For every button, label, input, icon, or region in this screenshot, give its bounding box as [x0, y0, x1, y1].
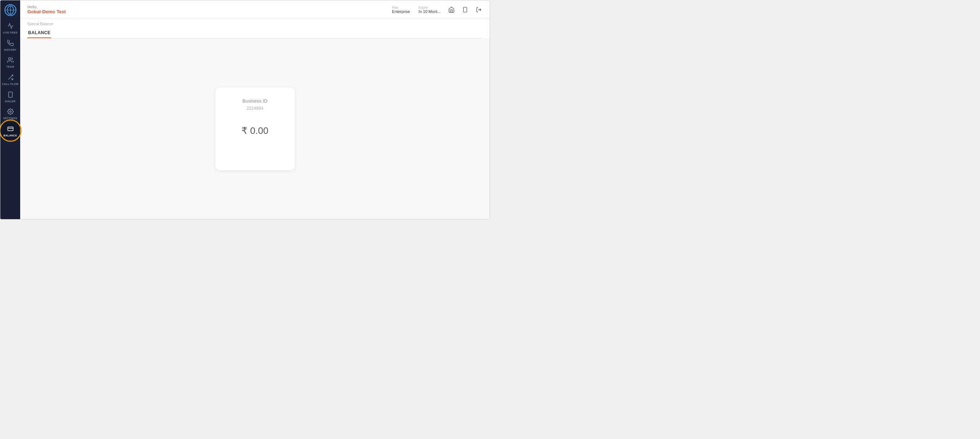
- sidebar-item-balance[interactable]: BALANCE: [0, 122, 20, 139]
- sidebar-item-dialer[interactable]: DIALER: [0, 88, 20, 105]
- sidebar-item-settings-label: SETTINGS: [3, 117, 17, 120]
- sidebar-item-dialer-label: DIALER: [5, 100, 16, 103]
- call-flow-icon: [7, 74, 14, 82]
- section-label: Special Balance: [27, 22, 482, 26]
- svg-rect-10: [8, 127, 13, 131]
- plan-col: Plan Enterprise: [392, 6, 410, 14]
- sidebar-item-call-flow-label: CALL FLOW: [2, 83, 19, 86]
- sidebar-item-live-feed[interactable]: LIVE FEED: [0, 19, 20, 36]
- sidebar-item-team-label: TEAM: [6, 65, 14, 68]
- svg-point-9: [10, 111, 11, 113]
- sidebar-item-history-label: HISTORY: [4, 49, 16, 51]
- balance-card: Business ID 2224994 ₹ 0.00: [215, 87, 295, 170]
- svg-point-4: [8, 58, 10, 60]
- history-icon: [7, 40, 14, 48]
- sidebar-item-call-flow[interactable]: CALL FLOW: [0, 71, 20, 88]
- main-content: Hello, Gobal-Demo Test Plan Enterprise E…: [20, 0, 490, 219]
- team-icon: [7, 57, 14, 64]
- mobile-button[interactable]: [460, 5, 470, 15]
- balance-icon: [7, 125, 14, 133]
- plan-label: Plan: [392, 6, 410, 10]
- svg-rect-12: [463, 7, 466, 12]
- tab-balance[interactable]: BALANCE: [27, 27, 51, 38]
- greeting-name: Gobal-Demo Test: [27, 9, 66, 14]
- tab-bar: BALANCE: [27, 27, 482, 38]
- expire-value: In 10 Mont...: [418, 10, 441, 14]
- live-feed-icon: [7, 23, 14, 30]
- business-id-label: Business ID: [242, 98, 267, 104]
- plan-info: Plan Enterprise Expire In 10 Mont...: [392, 6, 441, 14]
- greeting-hello: Hello,: [27, 5, 66, 9]
- plan-value: Enterprise: [392, 10, 410, 14]
- balance-amount: ₹ 0.00: [242, 125, 269, 136]
- dialer-icon: [7, 91, 14, 99]
- app-logo: [3, 3, 17, 17]
- topbar: Hello, Gobal-Demo Test Plan Enterprise E…: [20, 0, 490, 18]
- content-header: Special Balance BALANCE: [20, 18, 490, 38]
- business-id-value: 2224994: [247, 106, 263, 111]
- topbar-icons: [446, 5, 484, 15]
- logout-button[interactable]: [474, 5, 484, 15]
- topbar-greeting: Hello, Gobal-Demo Test: [27, 5, 66, 14]
- sidebar: LIVE FEED HISTORY TEAM: [0, 0, 20, 219]
- expire-label: Expire: [418, 6, 441, 10]
- sidebar-item-balance-label: BALANCE: [3, 134, 17, 137]
- sidebar-item-settings[interactable]: SETTINGS: [0, 105, 20, 122]
- settings-icon: [7, 108, 14, 116]
- content-body: Business ID 2224994 ₹ 0.00: [20, 38, 490, 219]
- sidebar-item-history[interactable]: HISTORY: [0, 36, 20, 54]
- sidebar-item-team[interactable]: TEAM: [0, 53, 20, 71]
- sidebar-item-live-feed-label: LIVE FEED: [3, 31, 18, 34]
- home-button[interactable]: [446, 5, 457, 15]
- topbar-right: Plan Enterprise Expire In 10 Mont...: [392, 5, 484, 15]
- expire-col: Expire In 10 Mont...: [418, 6, 441, 14]
